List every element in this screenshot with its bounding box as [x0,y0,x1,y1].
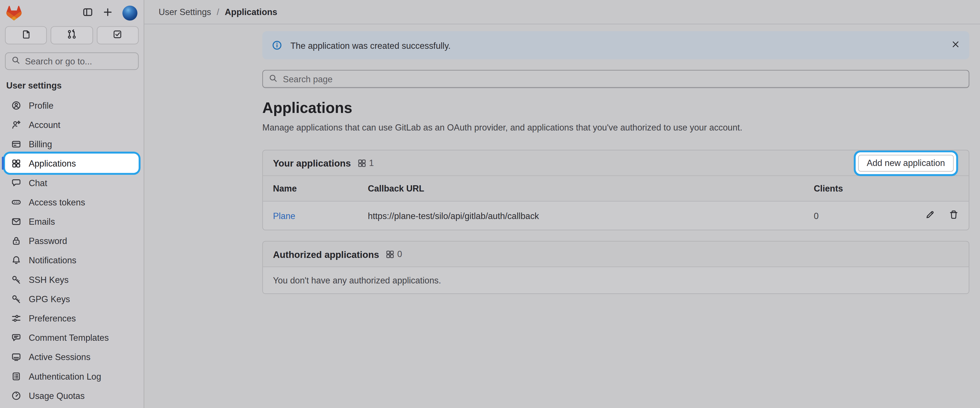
shortcut-todos-button[interactable] [97,26,138,44]
user-avatar[interactable] [123,5,137,21]
sidebar-item-chat[interactable]: Chat [5,173,139,192]
issues-icon [21,29,31,41]
main-area: User Settings / Applications The applica… [144,0,980,408]
shortcut-merge-requests-button[interactable] [51,26,93,44]
page-root: User settings Profile Account Billing [0,0,980,408]
merge-request-icon [67,29,76,41]
table-header-row: Name Callback URL Clients [263,176,969,202]
card-title: Authorized applications [273,249,379,259]
sidebar: User settings Profile Account Billing [0,0,144,408]
account-icon [11,119,21,129]
breadcrumb-separator: / [217,7,220,17]
sidebar-item-access-tokens[interactable]: Access tokens [5,192,139,212]
todo-icon [113,29,123,41]
log-icon [11,371,21,381]
breadcrumb: User Settings / Applications [144,0,980,24]
page-content: The application was created successfully… [144,24,980,294]
sidebar-item-authentication-log[interactable]: Authentication Log [5,366,139,386]
delete-application-button[interactable] [949,210,959,222]
card-title: Your applications [273,158,351,168]
sidebar-item-password[interactable]: Password [5,231,139,250]
authorized-applications-header: Authorized applications 0 [263,241,969,267]
your-applications-card: Your applications 1 Add new application … [262,150,969,230]
global-search[interactable] [5,52,139,70]
sidebar-top-bar [0,0,144,24]
sidebar-item-label: Usage Quotas [29,391,84,400]
sidebar-item-label: Chat [29,178,47,187]
clients-value: 0 [814,211,925,221]
sidebar-item-account[interactable]: Account [5,115,139,134]
sidebar-item-emails[interactable]: Emails [5,212,139,231]
breadcrumb-current: Applications [225,7,277,17]
sidebar-item-profile[interactable]: Profile [5,95,139,115]
sidebar-toggle-button[interactable] [82,6,93,19]
sliders-icon [11,313,21,323]
sidebar-item-label: SSH Keys [29,275,68,284]
sidebar-item-preferences[interactable]: Preferences [5,308,139,328]
sidebar-item-label: GPG Keys [29,294,70,303]
monitor-icon [11,352,21,362]
authorized-count: 0 [385,249,402,259]
edit-application-button[interactable] [925,210,935,222]
applications-grid-icon [11,158,21,168]
sidebar-item-label: Profile [29,100,53,110]
sidebar-item-active-sessions[interactable]: Active Sessions [5,347,139,366]
close-icon [951,40,960,51]
sidebar-shortcuts [0,24,144,47]
lock-icon [11,236,21,246]
sidebar-item-applications[interactable]: Applications [5,154,139,173]
sidebar-item-label: Account [29,119,60,129]
sidebar-item-gpg-keys[interactable]: GPG Keys [5,289,139,308]
shortcut-issues-button[interactable] [5,26,47,44]
info-icon [272,40,282,51]
comment-template-icon [11,333,21,343]
key-icon [11,294,21,303]
delete-trash-icon [949,210,959,222]
sidebar-item-usage-quotas[interactable]: Usage Quotas [5,386,139,405]
table-row: Plane https://plane-test/silo/api/gitlab… [263,202,969,230]
sidebar-nav: Profile Account Billing Applications [0,94,144,406]
user-profile-icon [11,100,21,110]
success-alert: The application was created successfully… [262,31,969,59]
add-new-application-button[interactable]: Add new application [858,155,954,171]
sidebar-item-billing[interactable]: Billing [5,134,139,154]
search-icon [11,56,21,67]
breadcrumb-user-settings[interactable]: User Settings [159,7,211,17]
applications-grid-icon [385,249,395,259]
create-new-button[interactable] [102,6,113,19]
sidebar-item-label: Comment Templates [29,333,109,343]
gauge-icon [11,391,21,400]
sidebar-item-label: Billing [29,139,52,149]
sidebar-item-label: Active Sessions [29,352,90,362]
sidebar-item-label: Emails [29,216,55,226]
email-icon [11,216,21,226]
authorized-applications-card: Authorized applications 0 You don't have… [262,241,969,294]
plus-icon [102,6,113,19]
alert-message: The application was created successfully… [290,40,450,50]
billing-card-icon [11,139,21,149]
bell-icon [11,255,21,265]
panel-toggle-icon [82,6,93,19]
sidebar-item-label: Notifications [29,255,76,265]
applications-count: 1 [357,158,374,168]
column-header-clients: Clients [814,184,925,194]
page-search-input[interactable] [283,74,963,84]
count-value: 1 [369,158,374,168]
sidebar-item-label: Access tokens [29,197,85,207]
column-header-name: Name [273,184,368,194]
application-name-link[interactable]: Plane [273,211,295,221]
sidebar-item-comment-templates[interactable]: Comment Templates [5,328,139,347]
sidebar-item-label: Preferences [29,313,76,323]
edit-pencil-icon [925,210,935,222]
page-search[interactable] [262,70,969,88]
global-search-input[interactable] [25,56,132,66]
gitlab-logo[interactable] [6,5,22,21]
count-value: 0 [397,249,402,259]
sidebar-item-ssh-keys[interactable]: SSH Keys [5,270,139,289]
alert-close-button[interactable] [951,40,960,51]
sidebar-item-label: Authentication Log [29,371,101,381]
callback-url-value: https://plane-test/silo/api/gitlab/auth/… [368,211,814,221]
sidebar-item-notifications[interactable]: Notifications [5,250,139,270]
sidebar-item-label: Applications [29,158,76,168]
sidebar-section-title: User settings [0,70,144,94]
